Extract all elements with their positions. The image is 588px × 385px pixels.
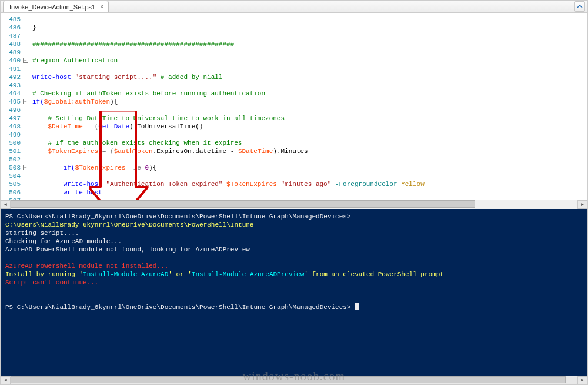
scrollbar-thumb[interactable] bbox=[11, 376, 566, 383]
fold-minus-icon[interactable]: − bbox=[23, 58, 28, 63]
close-icon[interactable]: × bbox=[100, 4, 103, 10]
console-prompt: PS C:\Users\NiallBrady_6kynrrl\OneDrive\… bbox=[5, 304, 355, 311]
chevron-up-icon[interactable] bbox=[574, 1, 585, 12]
code-content[interactable]: } ######################################… bbox=[30, 13, 587, 200]
tab-title: Invoke_DeviceAction_Set.ps1 bbox=[9, 4, 95, 11]
scroll-right-icon[interactable]: ► bbox=[577, 200, 587, 209]
error-line: Script can't continue... bbox=[5, 279, 98, 286]
error-line: AzureAD Powershell module not installed.… bbox=[5, 263, 168, 270]
scroll-left-icon[interactable]: ◄ bbox=[1, 376, 11, 384]
fold-gutter: − − − bbox=[23, 13, 30, 200]
console-prompt: PS C:\Users\NiallBrady_6kynrrl\OneDrive\… bbox=[5, 213, 355, 220]
fold-minus-icon[interactable]: − bbox=[23, 99, 28, 104]
editor-horizontal-scrollbar[interactable]: ◄ ► bbox=[1, 200, 587, 209]
fold-minus-icon[interactable]: − bbox=[23, 165, 28, 170]
scrollbar-track[interactable] bbox=[11, 376, 577, 384]
scrollbar-thumb[interactable] bbox=[11, 200, 475, 208]
code-editor[interactable]: 485 486 487 488 489 490 491 492 493 494 … bbox=[1, 13, 587, 200]
console-horizontal-scrollbar[interactable]: ◄ ► bbox=[1, 376, 587, 384]
powershell-console[interactable]: PS C:\Users\NiallBrady_6kynrrl\OneDrive\… bbox=[1, 209, 587, 376]
line-number-gutter: 485 486 487 488 489 490 491 492 493 494 … bbox=[1, 13, 23, 200]
scroll-right-icon[interactable]: ► bbox=[577, 376, 587, 384]
scroll-left-icon[interactable]: ◄ bbox=[1, 200, 11, 209]
scrollbar-track[interactable] bbox=[11, 200, 577, 209]
text-cursor bbox=[355, 303, 359, 310]
tab-bar: Invoke_DeviceAction_Set.ps1 × bbox=[1, 1, 587, 13]
file-tab[interactable]: Invoke_DeviceAction_Set.ps1 × bbox=[3, 1, 109, 12]
ide-window: Invoke_DeviceAction_Set.ps1 × 485 486 48… bbox=[0, 0, 588, 385]
